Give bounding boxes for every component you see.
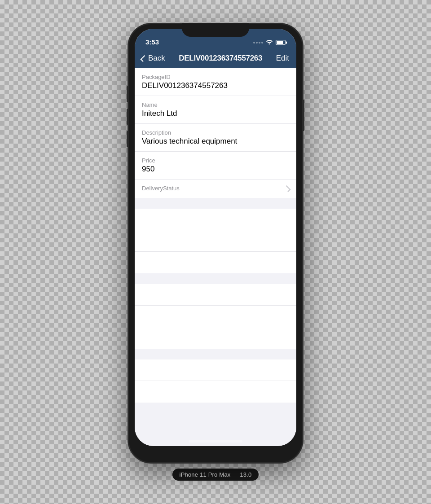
- signal-dots: [253, 42, 263, 44]
- package-id-value: DELIV001236374557263: [142, 81, 289, 90]
- delivery-status-row[interactable]: DeliveryStatus: [135, 180, 296, 198]
- empty-row-1: [135, 209, 296, 230]
- name-value: Initech Ltd: [142, 109, 289, 118]
- status-icons: [253, 39, 286, 46]
- signal-dot-4: [261, 42, 263, 44]
- empty-row-7: [135, 359, 296, 381]
- status-time: 3:53: [145, 38, 159, 46]
- description-row: Description Various technical equipment: [135, 124, 296, 152]
- name-label: Name: [142, 101, 289, 108]
- package-id-row: PackageID DELIV001236374557263: [135, 68, 296, 96]
- back-chevron-icon: [141, 55, 147, 62]
- empty-row-4: [135, 284, 296, 306]
- delivery-status-chevron-icon: [284, 185, 291, 192]
- battery-fill: [277, 41, 283, 44]
- delivery-status-label: DeliveryStatus: [142, 185, 180, 192]
- empty-row-8: [135, 381, 296, 403]
- back-button[interactable]: Back: [142, 54, 165, 63]
- wifi-icon: [266, 39, 273, 46]
- empty-rows-section-2: [135, 284, 296, 349]
- back-label: Back: [148, 54, 165, 63]
- nav-bar: Back DELIV001236374557263 Edit: [135, 48, 296, 68]
- empty-rows-section-3: [135, 359, 296, 403]
- battery-icon: [276, 40, 286, 45]
- price-value: 950: [142, 165, 289, 174]
- device-label: iPhone 11 Pro Max — 13.0: [172, 469, 259, 481]
- signal-dot-2: [256, 42, 258, 44]
- package-id-label: PackageID: [142, 74, 289, 80]
- notch: [182, 23, 249, 37]
- empty-row-5: [135, 306, 296, 327]
- nav-title: DELIV001236374557263: [179, 54, 262, 63]
- form-section: PackageID DELIV001236374557263 Name Init…: [135, 68, 296, 198]
- signal-dot-3: [259, 42, 260, 44]
- edit-button[interactable]: Edit: [276, 54, 289, 63]
- home-indicator: [189, 440, 242, 443]
- empty-row-3: [135, 252, 296, 273]
- description-label: Description: [142, 129, 289, 136]
- price-row: Price 950: [135, 152, 296, 180]
- content-area: PackageID DELIV001236374557263 Name Init…: [135, 68, 296, 446]
- phone-frame: 3:53: [128, 23, 303, 463]
- empty-rows-section: [135, 209, 296, 273]
- empty-row-2: [135, 230, 296, 252]
- signal-dot-1: [253, 42, 255, 44]
- screen: 3:53: [135, 29, 296, 446]
- empty-row-6: [135, 327, 296, 349]
- name-row: Name Initech Ltd: [135, 96, 296, 124]
- description-value: Various technical equipment: [142, 137, 289, 146]
- price-label: Price: [142, 157, 289, 164]
- phone-wrapper: 3:53: [128, 23, 303, 481]
